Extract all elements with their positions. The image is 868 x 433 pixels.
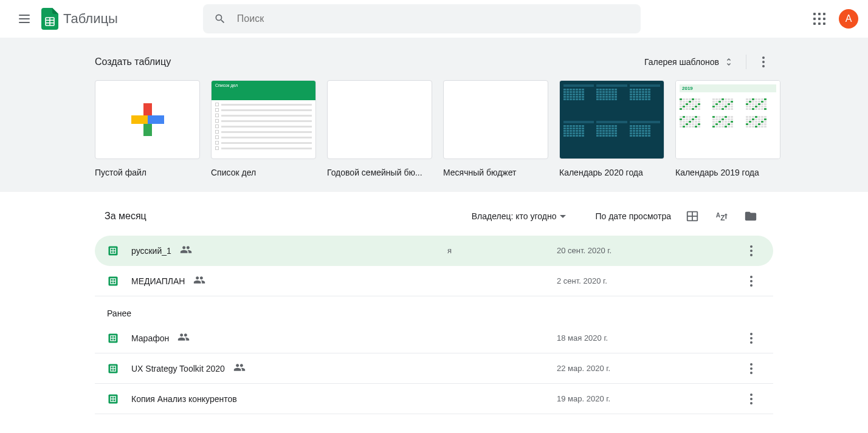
plus-icon — [131, 103, 164, 136]
template-card[interactable]: Месячный бюджет — [443, 80, 548, 177]
sheets-file-icon — [107, 361, 119, 376]
file-more-button[interactable] — [742, 329, 761, 348]
sort-az-button[interactable]: AZ — [709, 203, 734, 229]
file-row[interactable]: UX Strategy Toolkit 202022 мар. 2020 г. — [95, 353, 773, 384]
file-name: МЕДИАПЛАН — [131, 274, 447, 288]
template-card[interactable]: Календарь 2020 года — [559, 80, 664, 177]
account-avatar[interactable]: А — [839, 9, 858, 29]
more-vert-icon — [750, 276, 753, 287]
file-name: русский_1 — [131, 244, 447, 257]
sort-az-icon: AZ — [715, 210, 728, 223]
owner-filter-dropdown[interactable]: Владелец: кто угодно — [467, 206, 571, 226]
file-more-button[interactable] — [742, 271, 761, 291]
more-vert-icon — [750, 394, 753, 404]
file-row[interactable]: Копия Анализ конкурентов19 мар. 2020 г. — [95, 384, 773, 414]
files-section: За месяц Владелец: кто угодно По дате пр… — [90, 192, 778, 419]
template-label: Календарь 2019 года — [675, 168, 780, 177]
grid-view-button[interactable] — [680, 203, 705, 229]
search-input[interactable] — [232, 13, 636, 24]
shared-icon — [180, 244, 192, 257]
files-section-header: Ранее — [95, 296, 773, 323]
file-date: 2 сент. 2020 г. — [557, 276, 703, 285]
search-icon — [208, 7, 232, 31]
file-row[interactable]: Марафон18 мая 2020 г. — [95, 323, 773, 353]
more-vert-icon — [750, 245, 753, 256]
hamburger-icon — [19, 15, 30, 23]
template-label: Месячный бюджет — [443, 168, 548, 177]
files-head: За месяц Владелец: кто угодно По дате пр… — [95, 197, 773, 236]
template-card[interactable]: Годовой семейный бю... — [327, 80, 432, 177]
file-name: UX Strategy Toolkit 2020 — [131, 361, 447, 375]
file-date: 22 мар. 2020 г. — [557, 364, 703, 373]
file-row[interactable]: МЕДИАПЛАН2 сент. 2020 г. — [95, 266, 773, 296]
app-header: Таблицы А — [0, 0, 868, 38]
sheets-logo-icon — [41, 8, 58, 30]
file-row[interactable]: русский_1я20 сент. 2020 г. — [95, 236, 773, 266]
template-label: Календарь 2020 года — [559, 168, 664, 177]
sheets-file-icon — [107, 274, 119, 288]
file-date: 19 мар. 2020 г. — [557, 394, 703, 403]
grid-view-icon — [686, 210, 699, 223]
divider — [746, 55, 746, 69]
template-thumbnail — [443, 80, 548, 159]
logo-box[interactable]: Таблицы — [41, 8, 118, 30]
more-vert-icon — [750, 363, 753, 374]
file-more-button[interactable] — [742, 359, 761, 378]
template-card[interactable]: 2019Календарь 2019 года — [675, 80, 780, 177]
template-thumbnail — [559, 80, 664, 159]
open-folder-button[interactable] — [738, 203, 763, 229]
shared-icon — [233, 361, 246, 375]
search-box[interactable] — [203, 4, 641, 33]
sheets-file-icon — [107, 331, 119, 346]
shared-icon — [193, 274, 205, 288]
dropdown-arrow-icon — [560, 215, 566, 218]
template-thumbnail: 2019 — [675, 80, 780, 159]
more-vert-icon — [762, 56, 765, 67]
template-card[interactable]: Пустой файл — [95, 80, 200, 177]
template-label: Годовой семейный бю... — [327, 168, 432, 177]
shared-icon — [177, 331, 190, 345]
app-title: Таблицы — [63, 11, 118, 27]
template-gallery-label: Галерея шаблонов — [644, 57, 719, 67]
template-label: Пустой файл — [95, 168, 200, 177]
file-owner: я — [447, 246, 557, 255]
file-date: 20 сент. 2020 г. — [557, 246, 703, 255]
owner-filter-label: Владелец: кто угодно — [472, 211, 557, 221]
templates-head: Создать таблицу Галерея шаблонов — [95, 47, 773, 77]
more-vert-icon — [750, 333, 753, 344]
unfold-icon — [724, 57, 734, 67]
templates-more-button[interactable] — [754, 52, 773, 72]
sheets-file-icon — [107, 244, 119, 258]
files-section-label: За месяц — [105, 211, 146, 222]
file-name: Марафон — [131, 331, 447, 345]
templates-section: Создать таблицу Галерея шаблонов Пустой … — [0, 38, 868, 192]
sort-label[interactable]: По дате просмотра — [590, 206, 676, 226]
template-label: Список дел — [211, 168, 316, 177]
template-thumbnail: Список дел — [211, 80, 316, 159]
file-date: 18 мая 2020 г. — [557, 333, 703, 343]
apps-grid-icon — [813, 13, 825, 25]
template-card[interactable]: Список делСписок дел — [211, 80, 316, 177]
sheets-file-icon — [107, 392, 119, 406]
template-thumbnail — [95, 80, 200, 159]
file-name: Копия Анализ конкурентов — [131, 394, 447, 404]
folder-icon — [744, 210, 757, 223]
main-menu-button[interactable] — [10, 4, 39, 33]
file-more-button[interactable] — [742, 241, 761, 261]
google-apps-button[interactable] — [807, 7, 832, 31]
template-gallery-button[interactable]: Галерея шаблонов — [639, 52, 739, 72]
template-thumbnail — [327, 80, 432, 159]
svg-text:Z: Z — [720, 214, 725, 222]
template-grid: Пустой файлСписок делСписок делГодовой с… — [95, 80, 773, 177]
templates-title: Создать таблицу — [95, 56, 171, 67]
file-more-button[interactable] — [742, 389, 761, 409]
